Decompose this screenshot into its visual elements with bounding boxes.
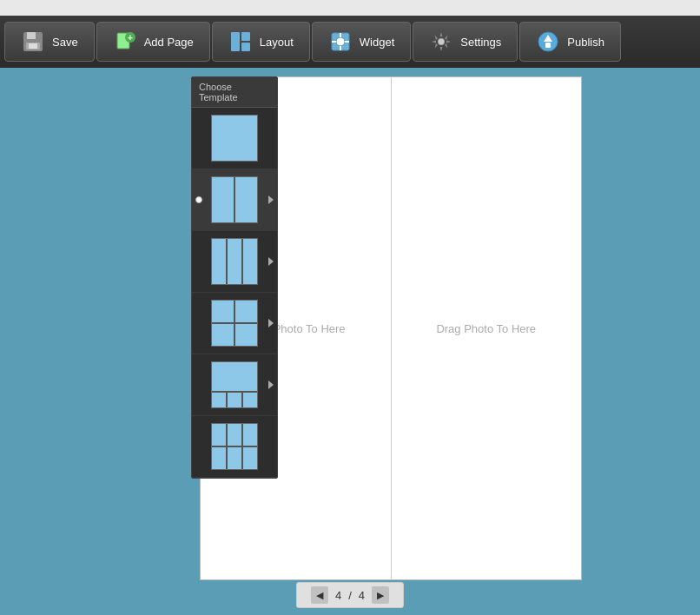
- svg-text:+: +: [128, 33, 133, 43]
- template-item-2col[interactable]: [192, 169, 277, 231]
- arrow-right-icon-1row: [268, 380, 274, 389]
- save-button[interactable]: Save: [4, 22, 95, 62]
- svg-rect-8: [241, 32, 250, 41]
- template-item-full[interactable]: [192, 108, 277, 169]
- main-area: Choose Template: [0, 68, 700, 615]
- svg-point-17: [439, 39, 444, 44]
- widget-label: Widget: [360, 36, 394, 49]
- template-thumb-3x2: [211, 423, 258, 470]
- publish-label: Publish: [567, 36, 604, 49]
- page-separator: /: [348, 589, 352, 602]
- svg-rect-7: [231, 32, 240, 51]
- template-thumb-2x2: [211, 300, 258, 347]
- template-item-1row[interactable]: [192, 354, 277, 416]
- settings-button[interactable]: Settings: [413, 22, 518, 62]
- toolbar: Save + Add Page Layout: [0, 16, 700, 68]
- template-thumb-3col: [211, 238, 258, 285]
- page-current: 4: [335, 589, 341, 602]
- page-total: 4: [359, 589, 365, 602]
- svg-rect-20: [545, 43, 551, 48]
- template-item-3x2[interactable]: [192, 416, 277, 478]
- arrow-right-icon-2x2: [268, 319, 274, 327]
- svg-point-11: [336, 37, 345, 46]
- layout-button[interactable]: Layout: [212, 22, 310, 62]
- template-thumb-full: [211, 115, 258, 162]
- layout-icon: [228, 30, 253, 54]
- template-item-3col[interactable]: [192, 231, 277, 293]
- svg-rect-9: [241, 43, 250, 51]
- addpage-label: Add Page: [144, 36, 194, 49]
- settings-icon: [429, 30, 453, 54]
- publish-icon: [536, 30, 560, 54]
- prev-page-button[interactable]: ◀: [311, 586, 328, 604]
- radio-dot: [195, 196, 202, 203]
- svg-rect-3: [29, 43, 37, 49]
- publish-button[interactable]: Publish: [519, 22, 621, 62]
- add-page-icon: +: [113, 30, 137, 54]
- template-panel: Choose Template: [191, 76, 278, 479]
- save-label: Save: [52, 36, 78, 49]
- widget-button[interactable]: Widget: [312, 22, 411, 62]
- save-icon: [21, 30, 45, 54]
- template-item-2x2[interactable]: [192, 293, 277, 354]
- arrow-right-icon: [268, 195, 274, 204]
- add-page-button[interactable]: + Add Page: [96, 22, 210, 62]
- svg-rect-1: [27, 32, 36, 39]
- page-indicator: ◀ 4 / 4 ▶: [296, 582, 404, 608]
- template-panel-title: Choose Template: [192, 77, 277, 108]
- right-drag-text: Drag Photo To Here: [436, 322, 536, 335]
- layout-label: Layout: [260, 36, 294, 49]
- template-thumb-1row: [211, 361, 258, 408]
- widget-icon: [328, 30, 353, 54]
- next-page-button[interactable]: ▶: [372, 586, 389, 604]
- arrow-right-icon-3col: [268, 257, 274, 266]
- template-thumb-2col: [211, 176, 258, 223]
- top-bar: [0, 0, 700, 16]
- settings-label: Settings: [460, 36, 501, 49]
- canvas-right-pane[interactable]: Drag Photo To Here: [392, 77, 582, 579]
